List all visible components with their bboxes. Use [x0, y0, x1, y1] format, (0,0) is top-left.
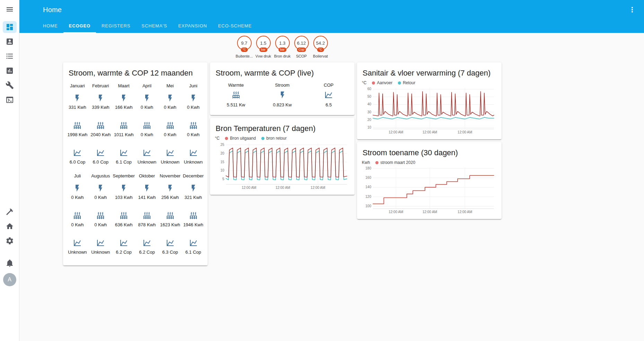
badge-unit: °C [241, 47, 247, 52]
glance-item[interactable]: Unknown [158, 149, 182, 165]
glance-item-value: 1998 Kwh [68, 132, 88, 137]
terminal-icon [6, 96, 14, 104]
glance-item[interactable]: 0 Kwh [89, 184, 112, 200]
glance-item[interactable]: Unknown [135, 149, 158, 165]
radiator-icon [189, 121, 198, 130]
dots-vertical-icon [628, 6, 636, 14]
month-label: Juni [182, 80, 205, 88]
flash-icon [189, 184, 198, 192]
overflow-menu-button[interactable] [625, 3, 639, 17]
badge-buitente-[interactable]: 9.7°CBuitente... [236, 36, 253, 58]
glance-item[interactable]: 6.0 Cop [89, 149, 112, 165]
sanitair-vloer-chart[interactable]: 60504030201012:00 AM12:00 AM12:00 AM [363, 86, 496, 134]
glance-item[interactable]: 0 Kwh [89, 211, 112, 227]
month-label: Februari [89, 80, 112, 88]
notifications-button[interactable] [3, 257, 17, 269]
svg-text:180: 180 [365, 166, 371, 170]
menu-icon [6, 5, 14, 14]
month-label: September [112, 170, 136, 178]
glance-item[interactable]: 636 Kwh [112, 211, 136, 227]
glance-item[interactable]: 6.1 Cop [112, 149, 136, 165]
glance-item[interactable]: 2040 Kwh [89, 121, 112, 137]
bron-temperaturen-chart[interactable]: 25201510512:00 AM12:00 AM12:00 AM [216, 141, 349, 190]
glance-item[interactable]: Unknown [66, 239, 89, 255]
glance-item[interactable]: Unknown [182, 149, 205, 165]
glance-item-value: 0 Kwh [187, 132, 199, 137]
live-item-value: 6.5 [325, 102, 332, 107]
glance-item[interactable]: 339 Kwh [89, 94, 112, 110]
sidebar-item-home-assistant[interactable] [3, 220, 17, 232]
sidebar-item-tools[interactable] [3, 79, 17, 91]
glance-item-value: Unknown [161, 159, 180, 165]
live-item-cop[interactable]: COP6.5 [305, 82, 352, 107]
avatar[interactable]: A [3, 273, 16, 286]
radiator-icon [96, 211, 105, 220]
tab-ecogeo[interactable]: ECOGEO [63, 19, 96, 33]
badge-scop[interactable]: 6.12CopSCOP [293, 36, 310, 58]
glance-item[interactable]: Unknown [89, 239, 112, 255]
sidebar-item-configuration[interactable] [3, 235, 17, 247]
glance-item-value: 103 Kwh [115, 195, 133, 200]
glance-item[interactable]: 1623 Kwh [158, 211, 182, 227]
glance-item[interactable]: 6.2 Cop [112, 239, 136, 255]
glance-item-value: 1623 Kwh [160, 222, 180, 227]
glance-item[interactable]: 0 Kwh [66, 211, 89, 227]
tab-eco-scheme[interactable]: ECO-SCHEME [212, 19, 257, 33]
glance-item[interactable]: 103 Kwh [112, 184, 136, 200]
glance-item-value: Unknown [91, 250, 110, 255]
glance-item[interactable]: 0 Kwh [135, 94, 158, 110]
live-glance-row: Warmte5.511 KwStroom0.823 KwCOP6.5 [210, 80, 355, 110]
badge-boilervat[interactable]: 54.2°CBoilervat [312, 36, 329, 58]
glance-item[interactable]: 0 Kwh [66, 184, 89, 200]
glance-item[interactable]: 0 Kwh [182, 121, 205, 137]
tab-expansion[interactable]: EXPANSION [173, 19, 212, 33]
badge-vvw-druk[interactable]: 1.5barVvw druk [255, 36, 272, 58]
live-item-value: 5.511 Kw [227, 102, 245, 107]
glance-item[interactable]: 0 Kwh [158, 94, 182, 110]
radiator-icon [166, 121, 174, 130]
glance-item[interactable]: 256 Kwh [158, 184, 182, 200]
badge-circle: 1.5bar [256, 36, 271, 50]
glance-item[interactable]: 0 Kwh [135, 121, 158, 137]
sidebar-item-developer-tools[interactable] [3, 94, 17, 106]
glance-item[interactable]: 0 Kwh [158, 121, 182, 137]
svg-text:12:00 AM: 12:00 AM [389, 210, 403, 214]
card-sanitair: Sanitair & vloer verwarming (7 dagen) °C… [357, 62, 502, 139]
badge-bron-druk[interactable]: 1.3barBron druk [274, 36, 291, 58]
glance-value-row: 0 Kwh0 Kwh636 Kwh878 Kwh1623 Kwh1946 Kwh [63, 206, 208, 233]
stroom-toename-chart[interactable]: 18016014012010012:00 AM12:00 AM12:00 AM [363, 166, 496, 214]
sidebar-item-list[interactable] [3, 50, 17, 62]
sidebar-item-logbook[interactable] [3, 36, 17, 47]
glance-item[interactable]: 6.2 Cop [135, 239, 158, 255]
badge-unit: bar [278, 47, 286, 52]
glance-item[interactable]: 6.0 Cop [66, 149, 89, 165]
glance-item[interactable]: 331 Kwh [66, 94, 89, 110]
bell-icon [6, 259, 14, 267]
glance-item[interactable]: 6.3 Cop [158, 239, 182, 255]
glance-item[interactable]: 141 Kwh [135, 184, 158, 200]
glance-item[interactable]: 1946 Kwh [182, 211, 205, 227]
sidebar-item-history[interactable] [3, 65, 17, 77]
glance-item[interactable]: 1011 Kwh [112, 121, 136, 137]
glance-item[interactable]: 878 Kwh [135, 211, 158, 227]
sidebar-item-supervisor[interactable] [3, 206, 17, 218]
glance-item[interactable]: 321 Kwh [182, 184, 205, 200]
tab-home[interactable]: HOME [37, 19, 63, 33]
svg-text:12:00 AM: 12:00 AM [389, 130, 403, 134]
sidebar-item-overview[interactable] [3, 21, 17, 33]
live-item-stroom[interactable]: Stroom0.823 Kw [259, 82, 306, 107]
glance-item[interactable]: 1998 Kwh [66, 121, 89, 137]
badge-circle: 6.12Cop [294, 36, 309, 50]
glance-item-value: 6.1 Cop [116, 159, 132, 165]
svg-text:20: 20 [220, 151, 225, 155]
badge-label: Buitente... [236, 54, 253, 58]
tab-schema-s[interactable]: SCHEMA'S [136, 19, 173, 33]
menu-button[interactable] [3, 2, 17, 16]
live-item-warmte[interactable]: Warmte5.511 Kw [213, 82, 259, 107]
glance-item[interactable]: 0 Kwh [182, 94, 205, 110]
legend-label: bron retour [266, 136, 287, 141]
tab-registers[interactable]: REGISTERS [96, 19, 136, 33]
badge-circle: 9.7°C [237, 36, 252, 50]
glance-item[interactable]: 6.1 Cop [182, 239, 205, 255]
glance-item[interactable]: 166 Kwh [112, 94, 136, 110]
